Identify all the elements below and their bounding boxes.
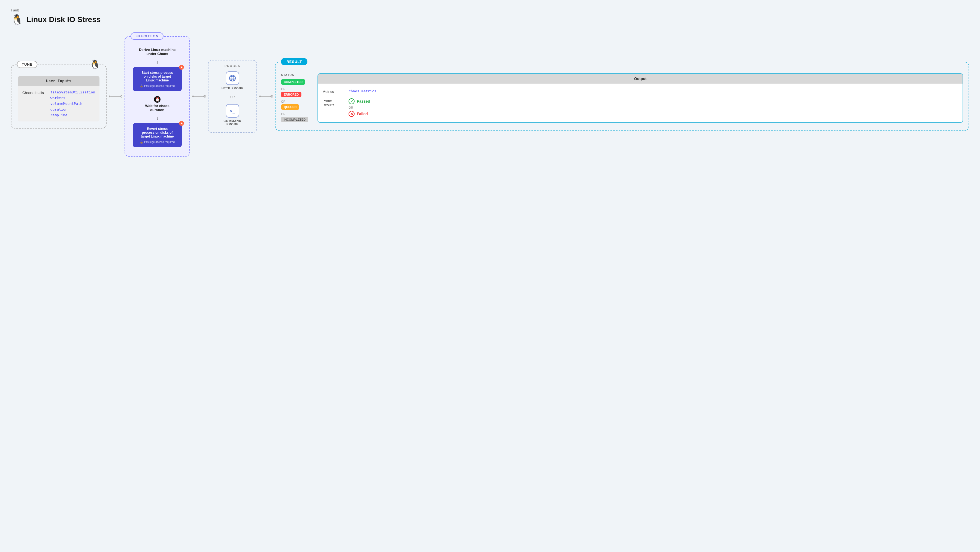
user-inputs-body: Chaos details fileSystemUtilisation work… — [18, 86, 99, 121]
privilege-badge-1: 🔒 Privilege access required — [138, 84, 177, 87]
privilege-badge-2: 🔒 Privilege access required — [138, 141, 177, 144]
probes-label: PROBES — [224, 64, 240, 68]
arrow-tune-execution — [107, 93, 124, 100]
output-header: Output — [318, 74, 963, 84]
or-1: OR — [281, 87, 311, 91]
chaos-details-label: Chaos details — [22, 90, 44, 117]
start-stress-box: ★ Start stress processon disks of target… — [133, 67, 182, 91]
user-inputs-box: User Inputs Chaos details fileSystemUtil… — [18, 76, 99, 121]
failed-item: ✕ Failed — [348, 111, 370, 117]
execution-section: EXECUTION Derive Linux machineunder Chao… — [124, 36, 190, 157]
svg-point-4 — [192, 95, 194, 97]
metrics-label: Metrics — [322, 89, 344, 94]
tune-section: TUNE 🐧 User Inputs Chaos details fileSys… — [11, 65, 107, 128]
http-probe-icon — [226, 71, 239, 85]
command-probe-name: COMMANDPROBE — [223, 119, 242, 126]
arrow-execution-probes — [190, 93, 208, 100]
probe-results-row: ProbeResults ✓ Passed OR ✕ Failed — [322, 96, 958, 119]
badge-completed: COMPLETED — [281, 79, 305, 85]
arrow-down-1: ↓ — [156, 59, 159, 65]
chaos-params-list: fileSystemUtilisation workers volumeMoun… — [51, 90, 95, 117]
page-title: Linux Disk IO Stress — [26, 15, 100, 24]
svg-point-13 — [259, 95, 261, 97]
param-ramptime: rampTime — [51, 113, 95, 117]
status-column: STATUS COMPLETED OR ERRORED OR QUEUED OR… — [281, 73, 311, 124]
output-body: Metrics chaos metrics ProbeResults ✓ Pas… — [318, 84, 963, 122]
command-probe-icon: >_ — [226, 104, 239, 117]
svg-point-0 — [109, 95, 111, 97]
revert-stress-box: ★ Revert stressprocess on disks oftarget… — [133, 123, 182, 148]
failed-label: Failed — [357, 112, 368, 116]
derive-step: Derive Linux machineunder Chaos — [139, 48, 175, 56]
or-3: OR — [281, 113, 311, 116]
linux-tux-icon: 🐧 — [11, 14, 23, 25]
badge-errored: ERRORED — [281, 92, 301, 97]
tune-badge: TUNE — [17, 61, 37, 68]
user-inputs-header: User Inputs — [18, 76, 99, 86]
passed-item: ✓ Passed — [348, 98, 370, 104]
clock-icon: ⏰ — [154, 96, 161, 103]
arrow-probes-result — [257, 93, 275, 100]
status-title: STATUS — [281, 73, 311, 76]
badge-queued: QUEUED — [281, 104, 299, 110]
wait-label: Wait for chaosduration — [145, 104, 170, 112]
param-filesystem: fileSystemUtilisation — [51, 90, 95, 94]
probes-section: PROBES HTTP PROBE OR >_ COMMANDPROBE — [208, 60, 257, 133]
passed-label: Passed — [357, 99, 370, 103]
metrics-value: chaos metrics — [348, 89, 376, 93]
output-box: Output Metrics chaos metrics ProbeResult… — [318, 73, 963, 123]
metrics-row: Metrics chaos metrics — [322, 87, 958, 96]
corner-icon-1: ★ — [179, 65, 184, 70]
http-probe-name: HTTP PROBE — [221, 87, 243, 90]
param-volumemount: volumeMountPath — [51, 102, 95, 106]
corner-icon-2: ★ — [179, 121, 184, 126]
probe-results-col: ✓ Passed OR ✕ Failed — [348, 98, 370, 117]
badge-incompleted: INCOMPLETED — [281, 117, 308, 122]
tune-linux-icon: 🐧 — [90, 59, 100, 70]
arrow-down-2: ↓ — [156, 115, 159, 121]
result-inner: STATUS COMPLETED OR ERRORED OR QUEUED OR… — [281, 73, 963, 124]
check-icon: ✓ — [348, 98, 355, 104]
probe-results-label: ProbeResults — [322, 98, 344, 107]
http-probe-item: HTTP PROBE — [221, 71, 243, 90]
flow-diagram: TUNE 🐧 User Inputs Chaos details fileSys… — [11, 36, 969, 157]
param-workers: workers — [51, 96, 95, 100]
or-2: OR — [281, 100, 311, 103]
command-probe-item: >_ COMMANDPROBE — [223, 104, 242, 126]
x-icon: ✕ — [348, 111, 355, 117]
probe-or-separator: OR — [230, 95, 235, 98]
probe-or: OR — [348, 106, 370, 109]
result-badge: RESULT — [281, 58, 307, 65]
fault-label: Fault — [11, 8, 969, 12]
execution-badge: EXECUTION — [130, 32, 164, 40]
result-section: RESULT STATUS COMPLETED OR ERRORED OR QU… — [275, 62, 969, 131]
param-duration: duration — [51, 107, 95, 111]
